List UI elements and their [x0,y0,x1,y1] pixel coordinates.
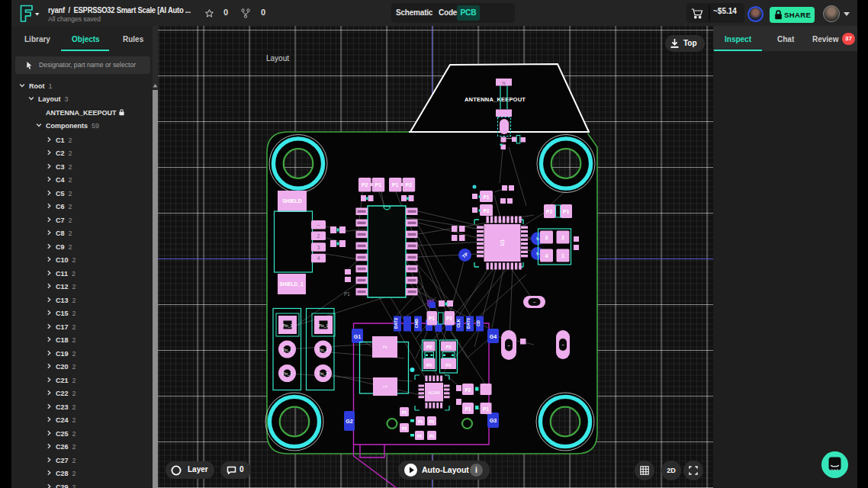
svg-text:4: 4 [545,253,548,258]
svg-text:P2: P2 [429,419,435,424]
svg-text:P2: P2 [546,209,553,214]
svg-text:Pin_3: Pin_3 [318,371,328,376]
svg-text:1: 1 [382,385,387,388]
svg-text:DAT0: DAT0 [466,318,471,329]
svg-text:P1: P1 [402,410,407,415]
svg-text:P2: P2 [362,182,368,188]
svg-text:Pin_2: Pin_2 [318,348,328,352]
svg-text:~: ~ [317,223,320,228]
svg-text:SHIELD_1: SHIELD_1 [279,281,303,287]
svg-text:4: 4 [317,255,320,261]
svg-text:N: N [502,81,505,85]
svg-text:P1: P1 [344,291,350,297]
svg-text:3: 3 [545,235,548,240]
svg-text:U1: U1 [500,239,505,246]
svg-text:P1: P1 [429,316,435,321]
svg-text:Pin_2: Pin_2 [282,348,292,352]
svg-text:P1: P1 [375,182,382,188]
svg-text:P1: P1 [418,419,423,424]
svg-text:ANTENNA_KEEPOUT: ANTENNA_KEEPOUT [465,96,526,103]
svg-text:G4: G4 [490,334,497,339]
svg-text:P1: P1 [426,363,432,368]
svg-text:P1: P1 [465,406,471,412]
svg-text:Pin_1: Pin_1 [319,323,329,328]
svg-text:~: ~ [533,300,535,304]
svg-text:AGM6: AGM6 [428,390,440,395]
svg-text:Pin_3: Pin_3 [282,371,292,376]
svg-text:P2: P2 [426,345,432,349]
svg-text:P1: P1 [429,434,435,438]
svg-text:P2: P2 [445,345,452,349]
svg-text:P1: P1 [392,182,399,188]
svg-text:P1: P1 [445,363,452,368]
svg-text:P2: P2 [417,434,423,438]
svg-text:P2: P2 [446,316,452,321]
svg-text:P2: P2 [406,182,413,188]
svg-text:G3: G3 [490,418,497,423]
svg-text:P2: P2 [465,387,471,393]
svg-text:2: 2 [382,345,387,348]
svg-text:~: ~ [507,343,510,348]
svg-text:P2: P2 [484,208,490,214]
svg-text:P1: P1 [484,194,490,200]
svg-text:SHIELD: SHIELD [282,198,302,204]
svg-text:CLK: CLK [456,319,461,327]
svg-text:3: 3 [317,245,320,250]
svg-text:CD: CD [476,320,481,326]
svg-text:Pin_1: Pin_1 [283,323,293,328]
svg-text:~: ~ [561,342,564,347]
svg-text:1: 1 [561,253,564,258]
svg-text:2: 2 [561,235,564,240]
svg-text:G2: G2 [346,419,352,424]
svg-text:2: 2 [317,233,320,239]
svg-text:P1: P1 [483,406,489,412]
svg-text:P2: P2 [402,426,407,431]
svg-text:P1: P1 [563,209,570,214]
svg-text:CMD: CMD [414,319,419,329]
svg-text:DAT2: DAT2 [394,318,398,329]
svg-text:G1: G1 [354,334,361,339]
